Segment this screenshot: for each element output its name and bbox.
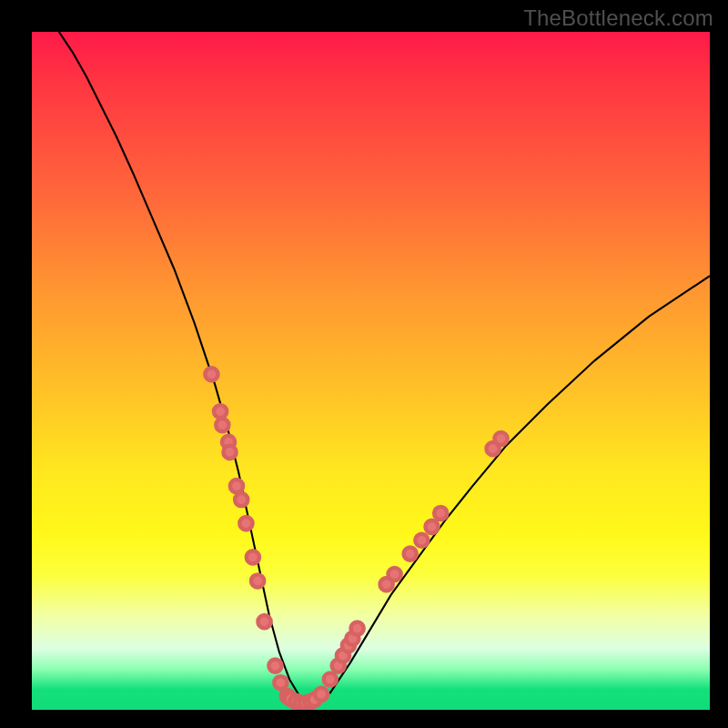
scatter-dot (247, 551, 259, 563)
scatter-dot (315, 688, 328, 701)
scatter-dot (214, 405, 227, 418)
scatter-dot (251, 574, 264, 587)
scatter-dot (494, 432, 507, 445)
scatter-dot (434, 507, 447, 520)
scatter-dot (216, 419, 228, 431)
scatter-dot (235, 493, 248, 506)
scatter-dot (425, 521, 438, 533)
scatter-dot (268, 659, 281, 672)
watermark-text: TheBottleneck.com (523, 5, 713, 31)
scatter-dot (274, 676, 287, 689)
scatter-dot (223, 446, 236, 459)
scatter-dot (388, 568, 400, 581)
bottleneck-curve (59, 32, 710, 703)
chart-area (32, 32, 710, 710)
scatter-dot (404, 548, 417, 561)
scatter-dots-group (205, 368, 507, 709)
scatter-dot (258, 615, 270, 628)
scatter-dot (205, 368, 217, 380)
scatter-dot (230, 480, 243, 492)
scatter-dot (415, 534, 428, 547)
scatter-dot (324, 672, 337, 685)
bottleneck-chart-svg (32, 32, 710, 710)
scatter-dot (239, 517, 252, 530)
scatter-dot (351, 622, 364, 635)
